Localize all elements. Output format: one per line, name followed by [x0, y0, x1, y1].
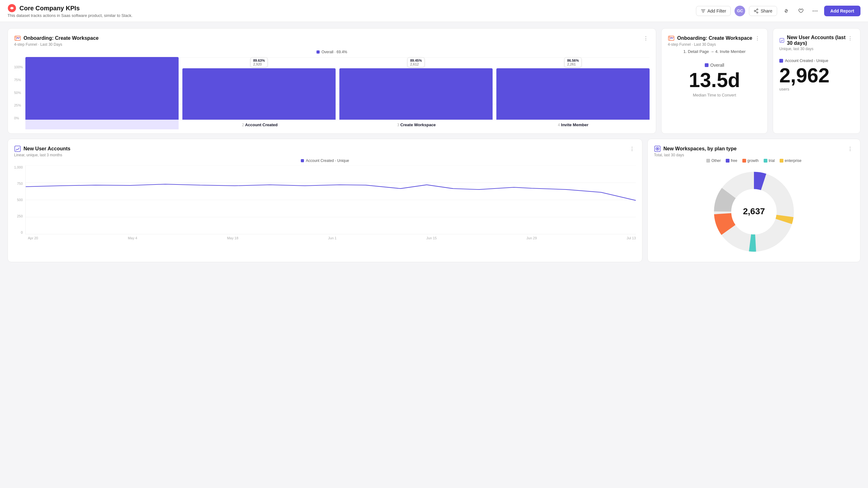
legend-free: free [726, 159, 737, 163]
stat-value: 2,962 [779, 65, 854, 86]
line-y-750: 750 [14, 182, 23, 186]
svg-rect-8 [15, 36, 20, 40]
line-chart-svg [26, 165, 636, 234]
median-legend-label: Overall [710, 63, 724, 68]
stat-chart-icon [779, 37, 784, 44]
link-icon [783, 8, 789, 14]
top-bar-right: Add Filter GC Share [696, 6, 861, 16]
donut-card-title: New Workspaces, by plan type [663, 146, 737, 152]
legend-dot-enterprise [780, 159, 783, 163]
svg-point-18 [657, 148, 658, 150]
legend-dot-growth [742, 159, 746, 163]
more-options-button[interactable] [810, 6, 820, 16]
x-label-jun29: Jun 29 [526, 236, 537, 240]
median-card-header: Onboarding: Create Workspace 4-step Funn… [668, 35, 761, 47]
stat-legend-dot [779, 59, 783, 63]
donut-legend: Other free growth trial enterprise [654, 159, 854, 163]
avatar: GC [735, 6, 745, 16]
favorite-button[interactable] [795, 6, 806, 16]
add-report-button[interactable]: Add Report [824, 6, 861, 16]
link-button[interactable] [781, 6, 792, 16]
y-label-2: 50% [14, 91, 23, 95]
donut-card-subtitle: Total, last 30 days [654, 153, 737, 157]
line-card-subtitle: Linear, unique, last 3 months [14, 153, 70, 157]
median-card-title: Onboarding: Create Workspace [677, 35, 752, 41]
donut-chart-icon [654, 145, 661, 152]
median-card-more[interactable]: ⋮ [754, 35, 761, 42]
svg-point-3 [754, 10, 755, 11]
stat-legend-label: Account Created - Unique [785, 59, 828, 63]
stat-card-subtitle: Unique, last 30 days [779, 47, 846, 51]
svg-point-2 [757, 9, 758, 10]
median-sub: Median Time to Convert [693, 93, 736, 97]
median-legend-dot [705, 63, 709, 67]
stat-card-more[interactable]: ⋮ [846, 35, 854, 42]
logo-icon [7, 4, 16, 12]
median-step-label: 1. Detail Page → 4. Invite Member [668, 49, 761, 54]
y-label-1: 75% [14, 78, 23, 82]
stat-card-title-row: New User Accounts (last 30 days) [779, 35, 846, 46]
y-label-3: 25% [14, 103, 23, 107]
dashboard: Onboarding: Create Workspace 4-step Funn… [0, 22, 868, 268]
stat-legend: Account Created - Unique [779, 59, 854, 63]
legend-dot-free [726, 159, 730, 163]
median-label-row: Overall [705, 63, 724, 68]
donut-card-title-row: New Workspaces, by plan type [654, 145, 737, 152]
line-card-title-row: New User Accounts [14, 145, 70, 152]
svg-point-5 [812, 10, 813, 11]
row-1: Onboarding: Create Workspace 4-step Funn… [7, 28, 861, 134]
y-label-4: 0% [14, 116, 23, 120]
legend-dot-trial [764, 159, 767, 163]
y-label-0: 100% [14, 65, 23, 69]
top-bar: Core Company KPIs This dataset tracks ac… [0, 0, 868, 22]
donut-svg: 2,637 [707, 165, 801, 259]
ellipsis-icon [812, 8, 818, 14]
share-button[interactable]: Share [749, 6, 777, 16]
donut-card: New Workspaces, by plan type Total, last… [647, 139, 861, 262]
donut-card-more[interactable]: ⋮ [846, 145, 854, 153]
heart-icon [798, 8, 803, 14]
funnel-card-1: Onboarding: Create Workspace 4-step Funn… [7, 28, 656, 134]
filter-icon [701, 8, 706, 13]
line-legend-label: Account Created - Unique [306, 159, 349, 163]
line-chart-card: New User Accounts Linear, unique, last 3… [7, 139, 642, 262]
funnel-legend: Overall · 69.4% [14, 50, 650, 54]
page-title: Core Company KPIs [20, 5, 80, 12]
top-bar-left: Core Company KPIs This dataset tracks ac… [7, 4, 132, 18]
line-card-more[interactable]: ⋮ [628, 145, 636, 153]
svg-rect-11 [15, 146, 20, 152]
line-card-title: New User Accounts [24, 146, 70, 152]
funnel-bar-1: 100% 3,258 [25, 57, 179, 120]
legend-dot-other [706, 159, 710, 163]
svg-rect-9 [669, 36, 674, 40]
x-label-apr20: Apr 20 [28, 236, 38, 240]
row-2: New User Accounts Linear, unique, last 3… [7, 139, 861, 262]
svg-point-1 [11, 7, 13, 9]
line-y-0: 0 [14, 231, 23, 234]
stat-card-title: New User Accounts (last 30 days) [787, 35, 846, 46]
add-filter-button[interactable]: Add Filter [696, 6, 731, 16]
legend-enterprise: enterprise [780, 159, 801, 163]
x-label-jul13: Jul 13 [627, 236, 636, 240]
funnel-card-1-header: Onboarding: Create Workspace 4-step Funn… [14, 35, 650, 47]
funnel-legend-label: Overall · 69.4% [321, 50, 347, 54]
line-chart-icon [14, 145, 21, 152]
stat-card-header: New User Accounts (last 30 days) Unique,… [779, 35, 854, 51]
funnel-bar-2: 89.63%2,920 [182, 57, 336, 120]
line-legend-dot [301, 159, 304, 162]
svg-rect-10 [780, 38, 784, 42]
x-label-2: 2 Account Created [183, 123, 336, 127]
line-y-500: 500 [14, 198, 23, 202]
line-y-250: 250 [14, 214, 23, 218]
line-card-header: New User Accounts Linear, unique, last 3… [14, 145, 636, 157]
median-time-card: Onboarding: Create Workspace 4-step Funn… [661, 28, 768, 134]
funnel-card-1-title: Onboarding: Create Workspace [24, 35, 99, 41]
legend-other: Other [706, 159, 721, 163]
svg-point-7 [816, 10, 817, 11]
funnel-card-1-subtitle: 4-step Funnel · Last 30 Days [14, 42, 99, 47]
stat-content: Account Created - Unique 2,962 users [779, 52, 854, 98]
x-label-jun1: Jun 1 [328, 236, 337, 240]
funnel-card-1-more[interactable]: ⋮ [642, 35, 650, 42]
funnel-icon-2 [668, 35, 675, 42]
x-label-4: 4 Invite Member [497, 123, 650, 127]
